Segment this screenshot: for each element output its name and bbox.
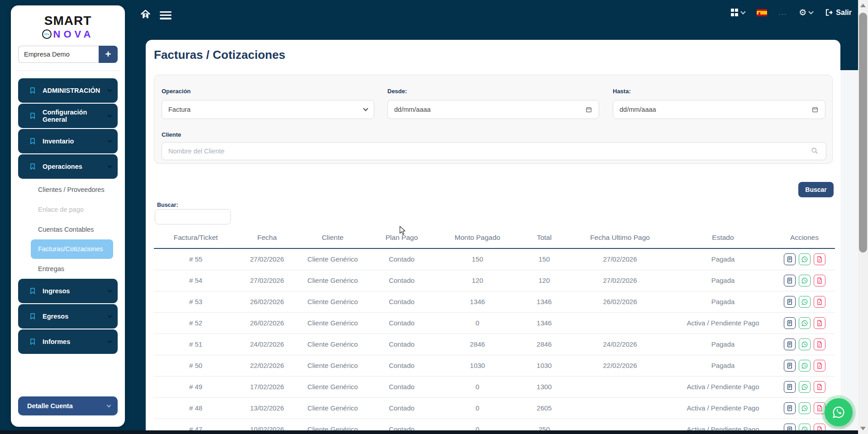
cell-ultimo_pago: [568, 397, 672, 419]
receipt-icon: [786, 298, 793, 305]
column-header: Factura/Ticket: [154, 227, 238, 248]
sidebar-subitem-clientes-proveedores[interactable]: Clientes / Proveedores: [18, 180, 118, 200]
cell-ticket: # 48: [154, 397, 238, 419]
receipt-icon: [786, 341, 793, 348]
whatsapp-action-button[interactable]: [799, 381, 811, 393]
operacion-select[interactable]: Factura: [162, 100, 374, 119]
cell-plan: Contado: [369, 248, 434, 270]
pdf-action-button[interactable]: [814, 296, 825, 308]
spain-flag-icon: [757, 9, 767, 16]
sidebar-item-ingresos[interactable]: Ingresos: [18, 279, 118, 303]
hasta-placeholder: dd/mm/aaaa: [620, 106, 656, 113]
sidebar-item-configuracion-general[interactable]: Configuración General: [18, 104, 118, 128]
add-company-button[interactable]: +: [99, 46, 118, 63]
cell-monto: 150: [434, 248, 520, 270]
receipt-action-button[interactable]: [784, 402, 796, 414]
account-detail-button[interactable]: Detalle Cuenta: [18, 396, 118, 415]
sidebar-item-inventario[interactable]: Inventario: [18, 129, 118, 153]
cell-actions: [774, 355, 835, 376]
logo-nova-text: NOVA: [53, 29, 94, 40]
pdf-action-button[interactable]: [814, 360, 825, 372]
scroll-down-arrow[interactable]: [860, 427, 866, 430]
chevron-down-icon: [108, 288, 112, 292]
whatsapp-action-button[interactable]: [799, 402, 811, 414]
receipt-action-button[interactable]: [784, 296, 796, 308]
sidebar-item-egresos[interactable]: Egresos: [18, 304, 118, 329]
whatsapp-action-button[interactable]: [799, 339, 811, 350]
buscar-button[interactable]: Buscar: [798, 182, 834, 197]
chevron-down-icon: [107, 403, 111, 408]
table-row: # 5427/02/2026Cliente GenéricoContado120…: [154, 270, 835, 291]
cell-ticket: # 50: [154, 355, 238, 376]
menu-toggle-icon[interactable]: [160, 11, 172, 19]
receipt-action-button[interactable]: [784, 317, 796, 329]
cell-actions: [774, 376, 835, 397]
receipt-action-button[interactable]: [784, 339, 796, 350]
vertical-scrollbar[interactable]: [858, 0, 868, 434]
company-input[interactable]: [18, 46, 99, 63]
scroll-up-arrow[interactable]: [860, 4, 866, 7]
chevron-down-icon: [809, 9, 814, 14]
cell-fecha: 13/02/2026: [238, 397, 296, 419]
account-detail-label: Detalle Cuenta: [27, 402, 107, 410]
table-search-input[interactable]: [155, 209, 231, 224]
pdf-action-button[interactable]: [814, 275, 825, 286]
pdf-action-button[interactable]: [814, 381, 825, 393]
sidebar-subitem-cuentas-contables[interactable]: Cuentas Contables: [18, 219, 118, 239]
search-icon: [811, 147, 819, 157]
language-selector[interactable]: [757, 9, 767, 16]
logout-button[interactable]: Salir: [825, 8, 852, 17]
apps-menu-button[interactable]: [731, 9, 745, 16]
filter-panel: Operación Factura Desde: dd/mm/aaaa Hast…: [154, 75, 833, 164]
whatsapp-float-button[interactable]: [821, 395, 856, 429]
whatsapp-action-button[interactable]: [799, 296, 811, 308]
whatsapp-action-button[interactable]: [799, 253, 811, 265]
sidebar-item-operaciones[interactable]: Operaciones: [18, 154, 118, 179]
receipt-action-button[interactable]: [784, 360, 796, 372]
cell-ticket: # 54: [154, 270, 238, 291]
table-row: # 4813/02/2026Cliente GenéricoContado026…: [154, 397, 835, 419]
whatsapp-action-button[interactable]: [799, 317, 811, 329]
calendar-icon: [585, 106, 592, 113]
sidebar-item-administracion[interactable]: ADMINISTRACIÓN: [18, 78, 118, 103]
sidebar-item-label: ADMINISTRACIÓN: [43, 87, 102, 94]
desde-date-input[interactable]: dd/mm/aaaa: [387, 100, 599, 119]
cell-estado: Pagada: [672, 291, 774, 312]
cell-total: 1346: [520, 291, 568, 312]
cell-estado: Activa / Pendiente Pago: [672, 312, 774, 334]
receipt-action-button[interactable]: [784, 381, 796, 393]
pdf-icon: [816, 320, 823, 327]
whatsapp-icon: [801, 256, 808, 263]
pdf-action-button[interactable]: [814, 339, 825, 350]
cliente-search-input[interactable]: [162, 142, 826, 160]
column-header: Plan Pago: [369, 227, 434, 248]
sidebar-subitem-enlace-de-pago[interactable]: Enlace de pago: [18, 200, 118, 219]
whatsapp-icon: [801, 341, 808, 348]
cell-ultimo_pago: 27/02/2026: [568, 248, 672, 270]
whatsapp-icon: [801, 320, 808, 327]
settings-menu-button[interactable]: ⚙: [799, 8, 813, 17]
sidebar-subitem-facturas-cotizaciones[interactable]: Facturas/Cotizaciones: [31, 239, 113, 259]
tpv-badge-icon: TPV: [42, 29, 52, 39]
receipt-action-button[interactable]: [784, 275, 796, 286]
sidebar-subitem-entregas[interactable]: Entregas: [18, 259, 118, 279]
cell-estado: Activa / Pendiente Pago: [672, 397, 774, 419]
cell-actions: [774, 312, 835, 334]
sidebar-item-informes[interactable]: Informes: [18, 329, 118, 354]
cell-fecha: 24/02/2026: [238, 334, 296, 355]
hasta-date-input[interactable]: dd/mm/aaaa: [613, 100, 825, 119]
receipt-action-button[interactable]: [784, 253, 796, 265]
sidebar-item-label: Ingresos: [43, 287, 102, 295]
pdf-action-button[interactable]: [814, 317, 825, 329]
chevron-down-icon: [363, 106, 368, 111]
whatsapp-action-button[interactable]: [799, 275, 811, 286]
chevron-down-icon: [108, 138, 112, 143]
table-row: # 5527/02/2026Cliente GenéricoContado150…: [154, 248, 835, 270]
sidebar-item-label: Egresos: [43, 313, 102, 320]
pdf-action-button[interactable]: [814, 253, 825, 265]
cell-fecha: 26/02/2026: [238, 312, 296, 334]
scrollbar-thumb[interactable]: [859, 13, 867, 253]
home-icon[interactable]: [140, 9, 151, 21]
whatsapp-action-button[interactable]: [799, 360, 811, 372]
bookmark-icon: [29, 313, 36, 320]
